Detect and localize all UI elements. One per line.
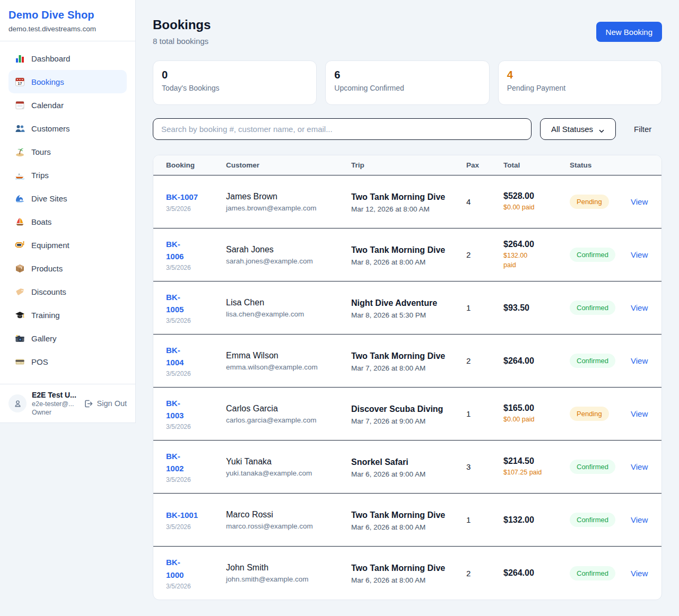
trip-datetime: Mar 6, 2026 at 8:00 AM bbox=[351, 523, 466, 531]
sidebar-item-tours[interactable]: Tours bbox=[8, 140, 127, 163]
trip-cell: Two Tank Morning Dive Mar 8, 2026 at 8:0… bbox=[351, 244, 466, 266]
sidebar-item-training[interactable]: Training bbox=[8, 303, 127, 327]
status-cell: Confirmed bbox=[570, 354, 631, 368]
total-amount: $93.50 bbox=[503, 303, 570, 313]
paid-amount: $132.00 paid bbox=[503, 251, 546, 270]
booking-id-link[interactable]: BK-1001 bbox=[166, 509, 226, 521]
column-header-booking: Booking bbox=[166, 161, 226, 169]
status-select-value: All Statuses bbox=[551, 125, 593, 134]
booking-id-cell: BK- 1006 3/5/2026 bbox=[166, 238, 226, 272]
sidebar-item-label: Dive Sites bbox=[31, 194, 67, 203]
sign-out-button[interactable]: Sign Out bbox=[83, 399, 127, 409]
filter-button[interactable]: Filter bbox=[626, 120, 659, 138]
total-cell: $132.00 bbox=[503, 515, 570, 525]
trip-datetime: Mar 12, 2026 at 8:00 AM bbox=[351, 205, 466, 213]
view-link[interactable]: View bbox=[631, 250, 649, 259]
total-cell: $214.50 $107.25 paid bbox=[503, 456, 570, 478]
booking-id-link[interactable]: BK- 1002 bbox=[166, 450, 226, 475]
booking-id-cell: BK- 1000 3/5/2026 bbox=[166, 556, 226, 590]
table-row: BK- 1005 3/5/2026 Lisa Chen lisa.chen@ex… bbox=[153, 281, 661, 335]
new-booking-button[interactable]: New Booking bbox=[596, 22, 662, 42]
booking-date: 3/5/2026 bbox=[166, 370, 226, 377]
booking-id-link[interactable]: BK- 1000 bbox=[166, 556, 226, 581]
trip-name: Night Dive Adventure bbox=[351, 297, 446, 310]
booking-date: 3/5/2026 bbox=[166, 423, 226, 430]
sidebar-item-dashboard[interactable]: Dashboard bbox=[8, 47, 127, 70]
sidebar-item-bookings[interactable]: 17 Bookings bbox=[8, 70, 127, 93]
total-amount: $264.00 bbox=[503, 240, 570, 249]
user-name: E2E Test U... bbox=[32, 391, 78, 399]
total-cell: $264.00 $132.00 paid bbox=[503, 240, 570, 270]
table-row: BK- 1002 3/5/2026 Yuki Tanaka yuki.tanak… bbox=[153, 441, 661, 494]
sidebar-item-gallery[interactable]: Gallery bbox=[8, 327, 127, 350]
island-icon bbox=[15, 147, 25, 157]
status-select[interactable]: All Statuses bbox=[540, 118, 616, 140]
sidebar-item-boats[interactable]: Boats bbox=[8, 210, 127, 233]
svg-text:17: 17 bbox=[18, 82, 22, 85]
booking-id-link[interactable]: BK- 1006 bbox=[166, 238, 226, 263]
booking-id-cell: BK- 1004 3/5/2026 bbox=[166, 344, 226, 378]
trip-datetime: Mar 7, 2026 at 9:00 AM bbox=[351, 417, 466, 425]
sidebar-item-calendar[interactable]: Calendar bbox=[8, 93, 127, 117]
bookings-table: BookingCustomerTripPaxTotalStatus BK-100… bbox=[153, 155, 662, 600]
column-header-status: Status bbox=[570, 161, 631, 169]
view-link[interactable]: View bbox=[631, 462, 649, 471]
sidebar-item-customers[interactable]: Customers bbox=[8, 117, 127, 140]
sidebar-item-trips[interactable]: Trips bbox=[8, 163, 127, 187]
trip-name: Discover Scuba Diving bbox=[351, 403, 446, 416]
booking-id-link[interactable]: BK- 1005 bbox=[166, 291, 226, 316]
view-link[interactable]: View bbox=[631, 569, 649, 578]
trip-cell: Two Tank Morning Dive Mar 6, 2026 at 8:0… bbox=[351, 509, 466, 531]
bar-chart-icon bbox=[15, 54, 25, 64]
table-header-row: BookingCustomerTripPaxTotalStatus bbox=[153, 155, 661, 175]
booking-date: 3/5/2026 bbox=[166, 264, 226, 271]
speedboat-icon bbox=[15, 170, 25, 180]
main-content: Bookings 8 total bookings New Booking 0 … bbox=[153, 0, 662, 600]
user-meta: E2E Test U... e2e-tester@... Owner bbox=[32, 391, 78, 416]
sidebar-item-discounts[interactable]: Discounts bbox=[8, 280, 127, 303]
view-link[interactable]: View bbox=[631, 515, 649, 524]
paid-amount: $107.25 paid bbox=[503, 468, 546, 478]
trip-datetime: Mar 8, 2026 at 5:30 PM bbox=[351, 311, 466, 319]
view-link[interactable]: View bbox=[631, 197, 649, 206]
booking-date: 3/5/2026 bbox=[166, 205, 226, 213]
stat-label: Upcoming Confirmed bbox=[334, 84, 480, 92]
sidebar-item-equipment[interactable]: Equipment bbox=[8, 233, 127, 257]
pax-value: 2 bbox=[466, 250, 503, 259]
page-header: Bookings 8 total bookings New Booking bbox=[153, 0, 662, 46]
trip-datetime: Mar 6, 2026 at 8:00 AM bbox=[351, 576, 466, 584]
view-link[interactable]: View bbox=[631, 356, 649, 365]
stat-label: Today's Bookings bbox=[162, 84, 308, 92]
sidebar-item-products[interactable]: Products bbox=[8, 257, 127, 280]
sidebar-item-dive-sites[interactable]: Dive Sites bbox=[8, 187, 127, 210]
stat-value: 6 bbox=[334, 69, 480, 81]
package-icon bbox=[15, 263, 25, 274]
status-badge: Confirmed bbox=[570, 301, 615, 315]
people-icon bbox=[15, 124, 25, 134]
sign-out-label: Sign Out bbox=[97, 399, 127, 408]
user-email: e2e-tester@... bbox=[32, 400, 78, 408]
booking-date: 3/5/2026 bbox=[166, 583, 226, 590]
sidebar-item-pos[interactable]: POS bbox=[8, 350, 127, 373]
booking-id-link[interactable]: BK-1007 bbox=[166, 191, 226, 203]
column-header-customer: Customer bbox=[226, 161, 351, 169]
camera-icon bbox=[15, 333, 25, 344]
shop-domain: demo.test.divestreams.com bbox=[8, 25, 127, 33]
total-cell: $165.00 $0.00 paid bbox=[503, 403, 570, 425]
booking-id-link[interactable]: BK- 1003 bbox=[166, 397, 226, 422]
customer-email: yuki.tanaka@example.com bbox=[226, 469, 351, 477]
total-amount: $528.00 bbox=[503, 191, 570, 201]
view-link[interactable]: View bbox=[631, 409, 649, 418]
view-link[interactable]: View bbox=[631, 303, 649, 312]
search-input[interactable] bbox=[153, 118, 532, 140]
sidebar-item-label: Dashboard bbox=[31, 54, 70, 63]
trip-cell: Night Dive Adventure Mar 8, 2026 at 5:30… bbox=[351, 297, 466, 319]
page-title: Bookings bbox=[153, 17, 662, 32]
status-cell: Confirmed bbox=[570, 513, 631, 527]
booking-id-link[interactable]: BK- 1004 bbox=[166, 344, 226, 369]
sidebar-item-label: Customers bbox=[31, 124, 70, 133]
sidebar-item-label: Gallery bbox=[31, 334, 57, 343]
pax-value: 1 bbox=[466, 409, 503, 418]
stat-value: 4 bbox=[507, 69, 653, 81]
status-badge: Pending bbox=[570, 195, 609, 209]
